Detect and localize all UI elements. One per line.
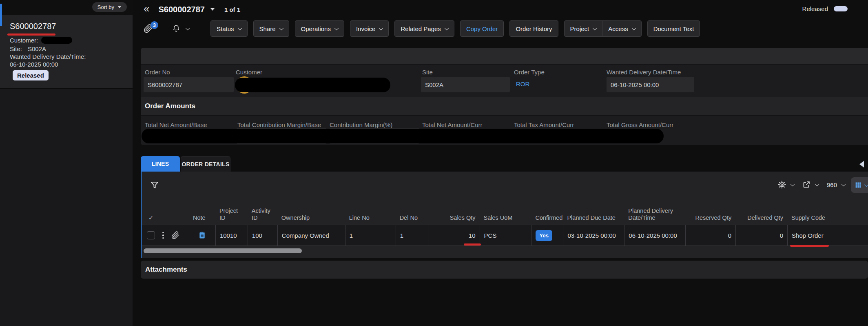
- related-pages-label: Related Pages: [401, 25, 441, 32]
- access-menu-button[interactable]: Access: [602, 21, 641, 36]
- title-dropdown-icon[interactable]: [210, 8, 215, 11]
- order-list-item[interactable]: S600002787 Customer: Site: S002A Wanted …: [0, 15, 133, 88]
- page-size-selector[interactable]: 960: [827, 181, 845, 188]
- sales-uom-header[interactable]: Sales UoM: [480, 203, 531, 225]
- record-pager: 1 of 1: [224, 6, 240, 13]
- customer-label: Customer:: [10, 37, 38, 44]
- project-menu-button[interactable]: Project: [565, 21, 602, 36]
- card-wanted-value: 06-10-2025 00:00: [10, 61, 58, 68]
- share-menu-label: Share: [259, 25, 276, 32]
- bell-icon: [172, 24, 180, 33]
- del-no-cell: 1: [396, 225, 429, 246]
- contribution-margin-label: Contribution Margin(%): [330, 121, 392, 128]
- row-menu-button[interactable]: [162, 232, 165, 239]
- note-document-icon[interactable]: [198, 231, 206, 239]
- amounts-redaction: [142, 129, 664, 143]
- copy-order-label: Copy Order: [466, 25, 498, 32]
- tab-lines[interactable]: LINES: [141, 156, 180, 172]
- confirmed-cell: Yes: [531, 225, 563, 246]
- ownership-header[interactable]: Ownership: [277, 203, 345, 225]
- filter-button[interactable]: [150, 181, 159, 190]
- select-all-header[interactable]: ✓: [142, 203, 189, 225]
- copy-order-button[interactable]: Copy Order: [460, 20, 504, 37]
- confirmed-header[interactable]: Confirmed: [531, 203, 563, 225]
- confirmed-badge: Yes: [536, 230, 552, 241]
- customer-label: Customer: [236, 69, 262, 76]
- customer-redaction: [235, 78, 390, 92]
- attachments-button[interactable]: 3: [144, 24, 153, 33]
- related-pages-menu-button[interactable]: Related Pages: [394, 20, 454, 37]
- table-export-button[interactable]: [802, 181, 819, 189]
- paperclip-icon[interactable]: [171, 231, 179, 239]
- share-menu-button[interactable]: Share: [253, 20, 289, 37]
- annotation-underline-sales-qty: [464, 243, 481, 246]
- activity-id-cell: 100: [248, 225, 277, 246]
- site-label: Site:: [10, 45, 22, 52]
- attachments-title: Attachments: [145, 266, 187, 274]
- table-header-row: ✓ Note Project ID Activity ID Ownership …: [142, 203, 868, 225]
- planned-due-date-cell: 03-10-2025 00:00: [563, 225, 624, 246]
- collapse-panel-icon[interactable]: «: [144, 3, 149, 14]
- activity-id-header[interactable]: Activity ID: [248, 203, 277, 225]
- attachments-count-badge: 3: [151, 21, 158, 29]
- status-progress-pill: [834, 6, 848, 11]
- export-icon: [802, 181, 810, 189]
- horizontal-scrollbar-thumb[interactable]: [144, 248, 302, 253]
- chevron-down-icon: [185, 26, 190, 30]
- wanted-delivery-value: 06-10-2025 00:00: [611, 81, 659, 88]
- order-history-button[interactable]: Order History: [509, 20, 558, 37]
- site-value: S002A: [425, 81, 443, 88]
- planned-delivery-header[interactable]: Planned Delivery Date/Time: [624, 203, 685, 225]
- invoice-menu-button[interactable]: Invoice: [350, 20, 389, 37]
- tab-scroll-left-icon[interactable]: [859, 161, 864, 167]
- order-type-link[interactable]: ROR: [516, 80, 529, 87]
- total-net-base-label: Total Net Amount/Base: [145, 121, 207, 128]
- reserved-qty-header[interactable]: Reserved Qty: [685, 203, 735, 225]
- total-net-curr-label: Total Net Amount/Curr: [422, 121, 483, 128]
- status-progress: Released: [802, 5, 848, 12]
- line-no-header[interactable]: Line No: [345, 203, 396, 225]
- total-tax-curr-label: Total Tax Amount/Curr: [514, 121, 574, 128]
- chevron-down-icon: [279, 26, 283, 30]
- chevron-down-icon: [593, 26, 597, 30]
- chevron-down-icon: [444, 26, 449, 30]
- main-area: « S600002787 1 of 1 Released 3: [133, 0, 868, 326]
- total-gross-curr-label: Total Gross Amount/Curr: [607, 121, 673, 128]
- card-site-line: Site: S002A: [10, 45, 46, 52]
- chevron-down-icon: [631, 26, 636, 30]
- access-menu-label: Access: [608, 25, 628, 32]
- order-no-label: Order No: [145, 69, 170, 76]
- attachments-section[interactable]: Attachments: [141, 261, 868, 279]
- row-checkbox[interactable]: [147, 231, 155, 239]
- table-row[interactable]: 10010 100 Company Owned 1 1 10 PCS Yes 0…: [142, 225, 868, 246]
- operations-menu-button[interactable]: Operations: [295, 20, 344, 37]
- document-text-button[interactable]: Document Text: [647, 20, 700, 37]
- note-header[interactable]: Note: [189, 203, 215, 225]
- status-menu-button[interactable]: Status: [210, 20, 248, 37]
- gear-icon: [778, 181, 786, 189]
- order-card-title: S600002787: [10, 22, 56, 31]
- card-wanted-label: Wanted Delivery Date/Time:: [10, 53, 86, 60]
- delivered-qty-cell: 0: [735, 225, 787, 246]
- supply-code-cell: Shop Order: [787, 225, 868, 246]
- invoice-menu-label: Invoice: [356, 25, 376, 32]
- wanted-delivery-label: Wanted Delivery Date/Time: [607, 69, 681, 76]
- order-header-panel: Order No Customer Site Order Type Wanted…: [141, 48, 868, 145]
- site-field[interactable]: S002A: [421, 77, 510, 92]
- planned-due-date-header[interactable]: Planned Due Date: [563, 203, 624, 225]
- tab-order-details[interactable]: ORDER DETAILS: [181, 156, 230, 172]
- order-amounts-header: Order Amounts: [141, 97, 868, 116]
- page-header: « S600002787 1 of 1: [144, 3, 240, 16]
- notifications-button[interactable]: [172, 24, 189, 33]
- del-no-header[interactable]: Del No: [396, 203, 429, 225]
- order-no-field[interactable]: S600002787: [144, 77, 234, 92]
- sort-by-button[interactable]: Sort by: [92, 2, 127, 12]
- project-id-header[interactable]: Project ID: [215, 203, 248, 225]
- table-settings-button[interactable]: [778, 181, 794, 189]
- view-mode-grid-button[interactable]: [851, 177, 868, 193]
- wanted-delivery-field[interactable]: 06-10-2025 00:00: [607, 77, 694, 92]
- site-label: Site: [422, 69, 433, 76]
- supply-code-header[interactable]: Supply Code: [787, 203, 868, 225]
- sales-qty-header[interactable]: Sales Qty: [429, 203, 480, 225]
- delivered-qty-header[interactable]: Delivered Qty: [735, 203, 787, 225]
